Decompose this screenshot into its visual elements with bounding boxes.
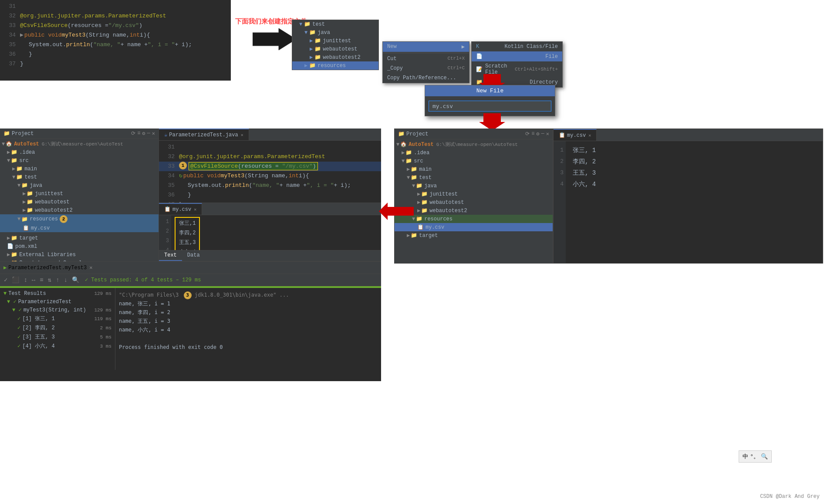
tree-idea[interactable]: ▶ 📁 .idea [0, 148, 159, 156]
project-name: AutoTest [14, 141, 39, 147]
folder-icon-test: 📁 [16, 174, 23, 180]
r-tree-web[interactable]: ▶ 📁 webautotest [395, 198, 553, 206]
tab-my-csv[interactable]: 📋 my.csv ✕ [159, 203, 202, 215]
menu-item-copy-path[interactable]: Copy Path/Reference... [383, 73, 469, 83]
tree-ext-libs[interactable]: ▶ 📁 External Libraries [0, 250, 159, 259]
tree-pom[interactable]: 📄 pom.xml [0, 242, 159, 250]
test-tree-case2[interactable]: ✓ [2] 李四, 2 2 ms [0, 323, 115, 332]
r-tree-target[interactable]: ▶ 📁 target [395, 231, 553, 240]
tree-junittest[interactable]: ▶ 📁 junittest [0, 189, 159, 198]
csv-row-3: 王五,3 [179, 238, 196, 247]
r-tree-idea[interactable]: ▶ 📁 .idea [395, 149, 553, 157]
close-icon[interactable]: ✕ [152, 130, 155, 137]
tree-webautotest[interactable]: ▶ 📁 webautotest [0, 198, 159, 206]
r-project-icon: 🏠 [400, 141, 407, 148]
tree-my-csv[interactable]: 📋 my.csv [0, 224, 159, 232]
code-line-33: 33 @CsvFileSource(resources = "/my.csv") [0, 21, 231, 30]
pass-icon-case4: ✓ [17, 343, 20, 349]
r-sort-icon[interactable]: ≡ [531, 131, 534, 137]
tree-item-webautotest2[interactable]: ▶ 📁 webautotest2 [292, 53, 378, 61]
tree-test[interactable]: ▼ 📁 test [0, 173, 159, 181]
r-csv-close[interactable]: ✕ [588, 133, 591, 138]
tree-resources[interactable]: ▼ 📁 resources 2 [0, 214, 159, 224]
r-tree-web2[interactable]: ▶ 📁 webautotest2 [395, 206, 553, 215]
test-tree-case4[interactable]: ✓ [4] 小六, 4 3 ms [0, 342, 115, 351]
r-tree-main[interactable]: ▶ 📁 main [395, 165, 553, 173]
tree-main[interactable]: ▶ 📁 main [0, 165, 159, 173]
project-icon: 📁 [3, 130, 10, 137]
tree-item-webautotest[interactable]: ▶ 📁 webautotest [292, 45, 378, 53]
new-file-input[interactable] [429, 101, 551, 112]
runner-btn-check[interactable]: ✓ [3, 275, 9, 284]
tab-label-csv: my.csv [172, 206, 191, 213]
folder-icon-target: 📁 [11, 235, 17, 241]
test-tree-mytest3[interactable]: ▼ ✓ myTest3(String, int) 129 ms [0, 306, 115, 314]
label-my-csv: my.csv [31, 225, 50, 231]
csv-tab-data[interactable]: Data [182, 250, 205, 261]
r-minus-icon[interactable]: — [541, 131, 544, 137]
r-tree-java[interactable]: ▼ 📁 java [395, 182, 553, 190]
right-tab-my-csv[interactable]: 📋 my.csv ✕ [554, 129, 597, 141]
editor-line-36: 36 } [159, 190, 381, 200]
runner-btn-rerun[interactable]: ↕ [22, 276, 28, 284]
test-tree-results[interactable]: ▼ Test Results 129 ms [0, 290, 115, 298]
r-line-nums: 1 2 3 4 [554, 141, 566, 263]
tree-src[interactable]: ▼ 📁 src [0, 156, 159, 165]
tab-close-btn[interactable]: ✕ [241, 132, 243, 138]
runner-btn-sort2[interactable]: ⇅ [47, 275, 53, 284]
tree-target[interactable]: ▶ 📁 target [0, 234, 159, 242]
console-output-1: name, 张三, i = 1 [119, 299, 378, 308]
test-tree-paramtest[interactable]: ▼ ✓ ParameterizedTest [0, 298, 115, 306]
runner-btn-down[interactable]: ↓ [63, 276, 69, 284]
runner-btn-stop[interactable]: ⬛ [10, 275, 20, 284]
menu-item-new[interactable]: New ▶ [383, 42, 469, 52]
tree-item-resources[interactable]: ▶ 📁 resources [292, 61, 378, 70]
console-blank [119, 334, 378, 343]
run-icon: ▶ [3, 264, 7, 271]
r-close-icon[interactable]: ✕ [546, 131, 549, 137]
sort-icon[interactable]: ≡ [137, 130, 140, 137]
code-line-32: 32 @org.junit.jupiter.params.Parameteriz… [0, 11, 231, 21]
tree-item-junittest[interactable]: ▶ 📁 junittest [292, 37, 378, 45]
submenu-item-file[interactable]: 📄 File [472, 51, 562, 61]
test-time-case3: 5 ms [100, 335, 111, 340]
menu-item-copy[interactable]: _Copy Ctrl+C [383, 64, 469, 73]
ime-search-icon[interactable]: 🔍 [761, 453, 768, 460]
tree-webautotest2[interactable]: ▶ 📁 webautotest2 [0, 206, 159, 214]
console-cmd-text: "C:\Program Files\3 [119, 292, 179, 298]
runner-btn-search[interactable]: 🔍 [71, 275, 81, 284]
menu-item-cut[interactable]: Cut Ctrl+X [383, 54, 469, 64]
r-tree-junittest[interactable]: ▶ 📁 junittest [395, 190, 553, 198]
r-tree-my-csv[interactable]: 📋 my.csv [395, 223, 553, 231]
settings-icon[interactable]: ⚙ [142, 130, 145, 137]
runner-tab-close[interactable]: ✕ [89, 264, 92, 271]
tab-parameterizedtest[interactable]: ☕ ParameterizedTest.java ✕ [159, 129, 249, 140]
test-runner: ▶ ParameterizedTest.myTest3 ✕ ✓ ⬛ ↕ ↔ ≡ … [0, 261, 381, 381]
csv-icon: 📋 [164, 206, 171, 213]
submenu-item-kotlin[interactable]: K Kotlin Class/File [472, 42, 562, 51]
folder-icon-3: ▶ [310, 37, 313, 44]
r-sync-icon[interactable]: ⟳ [525, 131, 530, 137]
tree-item-test[interactable]: ▼ 📁 test [292, 20, 378, 28]
test-tree-case1[interactable]: ✓ [1] 张三, 1 119 ms [0, 314, 115, 323]
runner-btn-rerun2[interactable]: ↔ [30, 276, 37, 284]
tree-java[interactable]: ▼ 📁 java [0, 181, 159, 189]
csv-tab-close[interactable]: ✕ [194, 207, 196, 212]
r-settings-icon[interactable]: ⚙ [536, 131, 539, 137]
r-csv-icon: 📋 [559, 132, 565, 139]
minus-icon[interactable]: — [147, 130, 150, 137]
r-tree-test[interactable]: ▼ 📁 test [395, 173, 553, 182]
tree-autotest-root[interactable]: ▼ 🏠 AutoTest G:\测试\measure-open\AutoTest [0, 140, 159, 148]
r-tree-resources[interactable]: ▼ 📁 resources [395, 215, 553, 223]
csv-tab-text[interactable]: Text [159, 250, 182, 261]
file-icon-csv: 📋 [23, 225, 29, 231]
test-time-case4: 3 ms [100, 344, 111, 349]
r-tree-autotest[interactable]: ▼ 🏠 AutoTest G:\测试\measure-open\AutoTest [395, 140, 553, 149]
r-tree-src[interactable]: ▼ 📁 src [395, 157, 553, 165]
test-tree-case3[interactable]: ✓ [3] 王五, 3 5 ms [0, 332, 115, 342]
runner-btn-sort[interactable]: ≡ [38, 276, 44, 284]
tree-item-java[interactable]: ▼ 📁 java [292, 28, 378, 37]
console-output-4: name, 小六, i = 4 [119, 325, 378, 334]
sync-icon[interactable]: ⟳ [131, 130, 135, 137]
runner-btn-up[interactable]: ↑ [54, 276, 61, 284]
